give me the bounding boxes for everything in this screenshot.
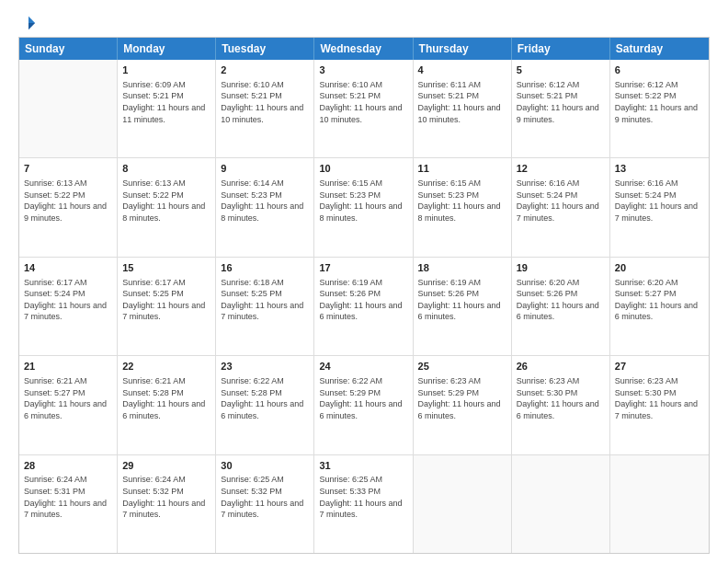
cal-cell: 7Sunrise: 6:13 AM Sunset: 5:22 PM Daylig… [19, 158, 118, 256]
cell-date: 18 [418, 261, 506, 275]
cal-cell: 12Sunrise: 6:16 AM Sunset: 5:24 PM Dayli… [512, 158, 610, 256]
cell-date: 22 [122, 360, 210, 373]
cal-cell: 8Sunrise: 6:13 AM Sunset: 5:22 PM Daylig… [118, 158, 216, 256]
cal-cell: 18Sunrise: 6:19 AM Sunset: 5:26 PM Dayli… [414, 258, 512, 355]
cell-info: Sunrise: 6:20 AM Sunset: 5:27 PM Dayligh… [615, 277, 704, 323]
cell-date: 19 [517, 261, 605, 275]
cell-info: Sunrise: 6:15 AM Sunset: 5:23 PM Dayligh… [418, 178, 506, 224]
cell-date: 6 [615, 63, 704, 77]
cell-date: 27 [615, 360, 704, 373]
cell-date: 5 [517, 63, 605, 77]
day-header-thursday: Thursday [414, 38, 512, 60]
calendar: SundayMondayTuesdayWednesdayThursdayFrid… [18, 37, 710, 554]
cell-date: 7 [24, 162, 112, 176]
day-headers: SundayMondayTuesdayWednesdayThursdayFrid… [19, 38, 709, 60]
cell-info: Sunrise: 6:23 AM Sunset: 5:30 PM Dayligh… [615, 375, 704, 421]
cal-cell: 29Sunrise: 6:24 AM Sunset: 5:32 PM Dayli… [118, 455, 216, 553]
cell-date: 30 [221, 459, 309, 473]
cal-row-4: 28Sunrise: 6:24 AM Sunset: 5:31 PM Dayli… [19, 455, 709, 553]
cal-row-3: 21Sunrise: 6:21 AM Sunset: 5:27 PM Dayli… [19, 356, 709, 454]
cell-date: 29 [122, 459, 210, 473]
cell-info: Sunrise: 6:20 AM Sunset: 5:26 PM Dayligh… [517, 277, 605, 323]
cell-date: 14 [24, 261, 112, 275]
cell-info: Sunrise: 6:21 AM Sunset: 5:28 PM Dayligh… [122, 375, 210, 421]
cal-cell: 1Sunrise: 6:09 AM Sunset: 5:21 PM Daylig… [118, 60, 216, 157]
cal-cell: 17Sunrise: 6:19 AM Sunset: 5:26 PM Dayli… [314, 258, 413, 355]
cell-info: Sunrise: 6:19 AM Sunset: 5:26 PM Dayligh… [319, 277, 407, 323]
day-header-tuesday: Tuesday [216, 38, 314, 60]
cal-cell: 5Sunrise: 6:12 AM Sunset: 5:21 PM Daylig… [512, 60, 610, 157]
cal-cell: 25Sunrise: 6:23 AM Sunset: 5:29 PM Dayli… [414, 356, 512, 454]
cell-info: Sunrise: 6:17 AM Sunset: 5:25 PM Dayligh… [122, 277, 210, 323]
cell-date: 10 [319, 162, 407, 176]
cell-date: 11 [418, 162, 506, 176]
cell-info: Sunrise: 6:25 AM Sunset: 5:33 PM Dayligh… [319, 474, 407, 520]
cal-cell [610, 455, 709, 553]
cell-info: Sunrise: 6:10 AM Sunset: 5:21 PM Dayligh… [319, 79, 407, 125]
cell-info: Sunrise: 6:25 AM Sunset: 5:32 PM Dayligh… [221, 474, 309, 520]
cal-cell: 23Sunrise: 6:22 AM Sunset: 5:28 PM Dayli… [216, 356, 314, 454]
cell-info: Sunrise: 6:12 AM Sunset: 5:21 PM Dayligh… [517, 79, 605, 125]
cell-info: Sunrise: 6:22 AM Sunset: 5:29 PM Dayligh… [319, 375, 407, 421]
cell-info: Sunrise: 6:24 AM Sunset: 5:31 PM Dayligh… [24, 474, 112, 520]
cell-info: Sunrise: 6:12 AM Sunset: 5:22 PM Dayligh… [615, 79, 704, 125]
cal-cell: 9Sunrise: 6:14 AM Sunset: 5:23 PM Daylig… [216, 158, 314, 256]
cell-info: Sunrise: 6:13 AM Sunset: 5:22 PM Dayligh… [122, 178, 210, 224]
cal-cell: 24Sunrise: 6:22 AM Sunset: 5:29 PM Dayli… [314, 356, 413, 454]
cell-info: Sunrise: 6:14 AM Sunset: 5:23 PM Dayligh… [221, 178, 309, 224]
cal-cell: 16Sunrise: 6:18 AM Sunset: 5:25 PM Dayli… [216, 258, 314, 355]
cell-date: 16 [221, 261, 309, 275]
cal-cell: 15Sunrise: 6:17 AM Sunset: 5:25 PM Dayli… [118, 258, 216, 355]
cal-cell: 14Sunrise: 6:17 AM Sunset: 5:24 PM Dayli… [19, 258, 118, 355]
cell-date: 20 [615, 261, 704, 275]
cell-date: 3 [319, 63, 407, 77]
cell-info: Sunrise: 6:17 AM Sunset: 5:24 PM Dayligh… [24, 277, 112, 323]
cell-date: 21 [24, 360, 112, 373]
cal-cell: 4Sunrise: 6:11 AM Sunset: 5:21 PM Daylig… [414, 60, 512, 157]
header [18, 15, 710, 28]
cell-info: Sunrise: 6:23 AM Sunset: 5:30 PM Dayligh… [517, 375, 605, 421]
cell-info: Sunrise: 6:21 AM Sunset: 5:27 PM Dayligh… [24, 375, 112, 421]
cal-cell: 31Sunrise: 6:25 AM Sunset: 5:33 PM Dayli… [314, 455, 413, 553]
cell-info: Sunrise: 6:24 AM Sunset: 5:32 PM Dayligh… [122, 474, 210, 520]
cell-info: Sunrise: 6:09 AM Sunset: 5:21 PM Dayligh… [122, 79, 210, 125]
cal-cell: 6Sunrise: 6:12 AM Sunset: 5:22 PM Daylig… [610, 60, 709, 157]
cell-date: 15 [122, 261, 210, 275]
cell-info: Sunrise: 6:22 AM Sunset: 5:28 PM Dayligh… [221, 375, 309, 421]
cell-info: Sunrise: 6:16 AM Sunset: 5:24 PM Dayligh… [517, 178, 605, 224]
cell-info: Sunrise: 6:18 AM Sunset: 5:25 PM Dayligh… [221, 277, 309, 323]
cal-cell: 27Sunrise: 6:23 AM Sunset: 5:30 PM Dayli… [610, 356, 709, 454]
cal-cell: 30Sunrise: 6:25 AM Sunset: 5:32 PM Dayli… [216, 455, 314, 553]
logo-icon [20, 15, 37, 31]
cal-row-0: 1Sunrise: 6:09 AM Sunset: 5:21 PM Daylig… [19, 60, 709, 158]
cal-row-1: 7Sunrise: 6:13 AM Sunset: 5:22 PM Daylig… [19, 158, 709, 257]
page: SundayMondayTuesdayWednesdayThursdayFrid… [0, 0, 728, 563]
cell-info: Sunrise: 6:19 AM Sunset: 5:26 PM Dayligh… [418, 277, 506, 323]
cal-cell: 10Sunrise: 6:15 AM Sunset: 5:23 PM Dayli… [314, 158, 413, 256]
cal-cell: 11Sunrise: 6:15 AM Sunset: 5:23 PM Dayli… [414, 158, 512, 256]
svg-marker-1 [28, 23, 35, 29]
cal-cell [512, 455, 610, 553]
cell-date: 2 [221, 63, 309, 77]
cell-date: 24 [319, 360, 407, 373]
cell-date: 9 [221, 162, 309, 176]
day-header-monday: Monday [118, 38, 216, 60]
cell-date: 17 [319, 261, 407, 275]
cal-cell: 28Sunrise: 6:24 AM Sunset: 5:31 PM Dayli… [19, 455, 118, 553]
cell-date: 4 [418, 63, 506, 77]
cal-cell [414, 455, 512, 553]
cal-cell [19, 60, 118, 157]
cell-info: Sunrise: 6:15 AM Sunset: 5:23 PM Dayligh… [319, 178, 407, 224]
cal-cell: 19Sunrise: 6:20 AM Sunset: 5:26 PM Dayli… [512, 258, 610, 355]
cell-info: Sunrise: 6:13 AM Sunset: 5:22 PM Dayligh… [24, 178, 112, 224]
calendar-body: 1Sunrise: 6:09 AM Sunset: 5:21 PM Daylig… [19, 60, 709, 553]
svg-marker-0 [28, 17, 35, 23]
cal-cell: 26Sunrise: 6:23 AM Sunset: 5:30 PM Dayli… [512, 356, 610, 454]
logo [18, 15, 37, 28]
cal-cell: 3Sunrise: 6:10 AM Sunset: 5:21 PM Daylig… [314, 60, 413, 157]
cell-info: Sunrise: 6:23 AM Sunset: 5:29 PM Dayligh… [418, 375, 506, 421]
cal-row-2: 14Sunrise: 6:17 AM Sunset: 5:24 PM Dayli… [19, 258, 709, 356]
cal-cell: 20Sunrise: 6:20 AM Sunset: 5:27 PM Dayli… [610, 258, 709, 355]
cal-cell: 21Sunrise: 6:21 AM Sunset: 5:27 PM Dayli… [19, 356, 118, 454]
day-header-friday: Friday [512, 38, 610, 60]
